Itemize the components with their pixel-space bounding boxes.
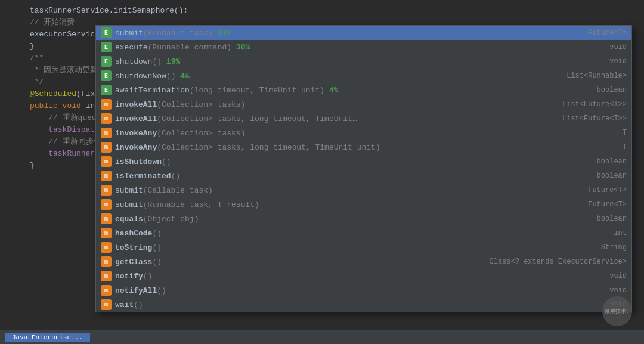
ac-item-icon: m bbox=[101, 171, 112, 181]
code-line-1: taskRunnerService.initSemaphore(); bbox=[0, 5, 644, 17]
ac-item-return: void bbox=[555, 43, 627, 51]
ac-item-icon: m bbox=[101, 285, 112, 296]
ac-item-return: int bbox=[555, 229, 627, 237]
autocomplete-dropdown[interactable]: Esubmit(Runnable task) 37%Future<?>Eexec… bbox=[95, 25, 632, 312]
ac-item-name: wait() bbox=[115, 300, 555, 309]
ac-item-name: invokeAny(Collection> tasks, long timeou… bbox=[115, 143, 555, 152]
autocomplete-item[interactable]: Eexecute(Runnable command) 30%void bbox=[96, 40, 631, 54]
code-comment: /** bbox=[30, 52, 44, 64]
ac-item-return: Future<T> bbox=[555, 186, 627, 194]
autocomplete-item[interactable]: mhashCode()int bbox=[96, 226, 631, 240]
autocomplete-item[interactable]: msubmit(Callable task)Future<T> bbox=[96, 183, 631, 197]
ac-item-name: isShutdown() bbox=[115, 157, 555, 166]
ac-item-name: equals(Object obj) bbox=[115, 215, 555, 224]
autocomplete-item[interactable]: EshutdownNow() 4%List<Runnable> bbox=[96, 69, 631, 83]
code-var: taskRunnerSe bbox=[30, 148, 104, 160]
ac-item-name: getClass() bbox=[115, 258, 485, 266]
ac-item-return: List<Future<T>> bbox=[555, 114, 627, 123]
code-text: taskRunnerService.initSemaphore(); bbox=[30, 5, 188, 17]
code-keyword: void bbox=[63, 100, 86, 112]
autocomplete-item[interactable]: EawaitTermination(long timeout, TimeUnit… bbox=[96, 83, 631, 97]
ac-item-return: List<Runnable> bbox=[555, 72, 627, 80]
code-comment: * 因为是滚动更新， bbox=[30, 64, 106, 76]
autocomplete-item[interactable]: minvokeAll(Collection> tasks, long timeo… bbox=[96, 111, 631, 126]
ac-item-return: boolean bbox=[555, 157, 627, 166]
ac-item-return: boolean bbox=[555, 172, 627, 180]
ac-item-name: submit(Runnable task, T result) bbox=[115, 200, 555, 209]
autocomplete-item[interactable]: mtoString()String bbox=[96, 240, 631, 255]
ac-item-icon: m bbox=[101, 142, 112, 153]
ac-item-name: isTerminated() bbox=[115, 172, 555, 181]
ac-item-return: void bbox=[555, 286, 627, 295]
bottom-bar: Java Enterprise... bbox=[0, 330, 644, 344]
ac-item-name: submit(Callable task) bbox=[115, 186, 555, 195]
watermark: 微观技术. bbox=[602, 296, 632, 326]
autocomplete-item[interactable]: minvokeAny(Collection> tasks)T bbox=[96, 126, 631, 140]
ac-item-name: notifyAll() bbox=[115, 286, 555, 295]
autocomplete-item[interactable]: mnotifyAll()void bbox=[96, 283, 631, 297]
code-comment: // 开始消费 bbox=[30, 17, 75, 29]
autocomplete-item[interactable]: mequals(Object obj)boolean bbox=[96, 212, 631, 226]
autocomplete-item[interactable]: msubmit(Runnable task, T result)Future<T… bbox=[96, 197, 631, 212]
autocomplete-item[interactable]: mnotify()void bbox=[96, 269, 631, 283]
ac-item-return: Future<T> bbox=[555, 200, 627, 209]
ac-item-name: hashCode() bbox=[115, 229, 555, 238]
ac-item-icon: m bbox=[101, 156, 112, 167]
ac-item-name: invokeAll(Collection> tasks, long timeou… bbox=[115, 114, 555, 123]
autocomplete-item[interactable]: minvokeAll(Collection> tasks)List<Future… bbox=[96, 97, 631, 111]
ac-item-icon: E bbox=[101, 27, 112, 38]
ac-item-return: boolean bbox=[555, 215, 627, 223]
ac-item-return: boolean bbox=[555, 86, 627, 94]
autocomplete-item[interactable]: Esubmit(Runnable task) 37%Future<?> bbox=[96, 26, 631, 40]
ac-item-return: void bbox=[555, 57, 627, 66]
ac-item-icon: m bbox=[101, 213, 112, 224]
ac-item-return: List<Future<T>> bbox=[555, 100, 627, 109]
code-text: } bbox=[30, 160, 35, 172]
ac-item-name: execute(Runnable command) 30% bbox=[115, 43, 555, 52]
ac-item-return: Class<? extends ExecutorService> bbox=[485, 258, 627, 266]
code-comment: // 重新queue bbox=[30, 112, 101, 124]
autocomplete-item[interactable]: Eshutdown() 19%void bbox=[96, 54, 631, 69]
ac-item-icon: m bbox=[101, 299, 112, 310]
ac-item-return: Future<?> bbox=[555, 29, 627, 37]
ac-item-icon: E bbox=[101, 56, 112, 67]
ac-item-icon: m bbox=[101, 271, 112, 281]
ac-item-name: shutdownNow() 4% bbox=[115, 72, 555, 80]
ac-item-name: shutdown() 19% bbox=[115, 57, 555, 66]
ac-item-icon: m bbox=[101, 113, 112, 124]
ac-item-icon: m bbox=[101, 256, 112, 267]
ac-item-icon: E bbox=[101, 42, 112, 52]
bottom-tab[interactable]: Java Enterprise... bbox=[5, 333, 90, 342]
ac-item-icon: m bbox=[101, 228, 112, 238]
ac-item-name: awaitTermination(long timeout, TimeUnit … bbox=[115, 86, 555, 95]
ac-item-icon: m bbox=[101, 242, 112, 253]
ac-item-icon: m bbox=[101, 128, 112, 138]
code-text: } bbox=[30, 41, 35, 52]
ac-item-return: T bbox=[555, 143, 627, 151]
ac-item-name: submit(Runnable task) 37% bbox=[115, 29, 555, 38]
ac-item-icon: m bbox=[101, 199, 112, 210]
ac-item-name: notify() bbox=[115, 272, 555, 281]
ac-item-icon: E bbox=[101, 70, 112, 81]
code-annotation: @Scheduled bbox=[30, 88, 76, 100]
ac-item-return: T bbox=[555, 129, 627, 137]
watermark-circle: 微观技术. bbox=[602, 296, 632, 326]
ac-item-return: String bbox=[555, 243, 627, 252]
ac-item-name: toString() bbox=[115, 243, 555, 252]
autocomplete-item[interactable]: mwait()void bbox=[96, 297, 631, 312]
watermark-text: 微观技术. bbox=[605, 308, 629, 315]
autocomplete-item[interactable]: misTerminated()boolean bbox=[96, 169, 631, 183]
code-comment: */ bbox=[30, 76, 44, 88]
ac-item-name: invokeAll(Collection> tasks) bbox=[115, 100, 555, 109]
autocomplete-item[interactable]: misShutdown()boolean bbox=[96, 154, 631, 169]
ac-item-icon: m bbox=[101, 99, 112, 110]
autocomplete-item[interactable]: mgetClass()Class<? extends ExecutorServi… bbox=[96, 255, 631, 269]
code-keyword: public bbox=[30, 100, 63, 112]
ac-item-return: void bbox=[555, 272, 627, 280]
ac-item-name: invokeAny(Collection> tasks) bbox=[115, 129, 555, 138]
autocomplete-item[interactable]: minvokeAny(Collection> tasks, long timeo… bbox=[96, 140, 631, 154]
ac-item-icon: E bbox=[101, 85, 112, 95]
editor-background: taskRunnerService.initSemaphore(); // 开始… bbox=[0, 0, 644, 344]
ac-item-icon: m bbox=[101, 185, 112, 196]
